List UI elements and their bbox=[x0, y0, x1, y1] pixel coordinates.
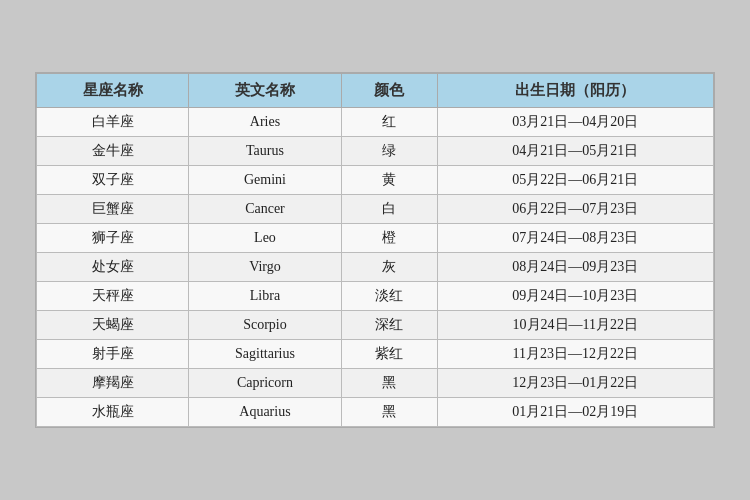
cell-chinese-name: 狮子座 bbox=[37, 224, 189, 253]
cell-english-name: Gemini bbox=[189, 166, 341, 195]
cell-chinese-name: 双子座 bbox=[37, 166, 189, 195]
cell-dates: 12月23日—01月22日 bbox=[437, 369, 713, 398]
cell-chinese-name: 射手座 bbox=[37, 340, 189, 369]
table-row: 双子座Gemini黄05月22日—06月21日 bbox=[37, 166, 714, 195]
cell-dates: 11月23日—12月22日 bbox=[437, 340, 713, 369]
cell-chinese-name: 水瓶座 bbox=[37, 398, 189, 427]
table-row: 白羊座Aries红03月21日—04月20日 bbox=[37, 108, 714, 137]
table-row: 摩羯座Capricorn黑12月23日—01月22日 bbox=[37, 369, 714, 398]
cell-color: 深红 bbox=[341, 311, 437, 340]
cell-english-name: Cancer bbox=[189, 195, 341, 224]
cell-dates: 08月24日—09月23日 bbox=[437, 253, 713, 282]
table-row: 巨蟹座Cancer白06月22日—07月23日 bbox=[37, 195, 714, 224]
table-row: 水瓶座Aquarius黑01月21日—02月19日 bbox=[37, 398, 714, 427]
header-chinese-name: 星座名称 bbox=[37, 74, 189, 108]
table-row: 天秤座Libra淡红09月24日—10月23日 bbox=[37, 282, 714, 311]
cell-dates: 03月21日—04月20日 bbox=[437, 108, 713, 137]
cell-english-name: Libra bbox=[189, 282, 341, 311]
cell-color: 黑 bbox=[341, 398, 437, 427]
table-row: 处女座Virgo灰08月24日—09月23日 bbox=[37, 253, 714, 282]
cell-english-name: Sagittarius bbox=[189, 340, 341, 369]
header-dates: 出生日期（阳历） bbox=[437, 74, 713, 108]
cell-english-name: Aries bbox=[189, 108, 341, 137]
cell-chinese-name: 白羊座 bbox=[37, 108, 189, 137]
cell-chinese-name: 摩羯座 bbox=[37, 369, 189, 398]
table-row: 金牛座Taurus绿04月21日—05月21日 bbox=[37, 137, 714, 166]
cell-color: 白 bbox=[341, 195, 437, 224]
zodiac-table: 星座名称 英文名称 颜色 出生日期（阳历） 白羊座Aries红03月21日—04… bbox=[36, 73, 714, 427]
table-body: 白羊座Aries红03月21日—04月20日金牛座Taurus绿04月21日—0… bbox=[37, 108, 714, 427]
cell-english-name: Leo bbox=[189, 224, 341, 253]
cell-color: 黑 bbox=[341, 369, 437, 398]
table-header-row: 星座名称 英文名称 颜色 出生日期（阳历） bbox=[37, 74, 714, 108]
table-row: 天蝎座Scorpio深红10月24日—11月22日 bbox=[37, 311, 714, 340]
cell-color: 黄 bbox=[341, 166, 437, 195]
table-row: 射手座Sagittarius紫红11月23日—12月22日 bbox=[37, 340, 714, 369]
cell-color: 灰 bbox=[341, 253, 437, 282]
cell-english-name: Capricorn bbox=[189, 369, 341, 398]
cell-english-name: Aquarius bbox=[189, 398, 341, 427]
zodiac-table-container: 星座名称 英文名称 颜色 出生日期（阳历） 白羊座Aries红03月21日—04… bbox=[35, 72, 715, 428]
header-english-name: 英文名称 bbox=[189, 74, 341, 108]
cell-dates: 06月22日—07月23日 bbox=[437, 195, 713, 224]
cell-chinese-name: 处女座 bbox=[37, 253, 189, 282]
table-row: 狮子座Leo橙07月24日—08月23日 bbox=[37, 224, 714, 253]
cell-dates: 07月24日—08月23日 bbox=[437, 224, 713, 253]
cell-dates: 01月21日—02月19日 bbox=[437, 398, 713, 427]
cell-chinese-name: 天秤座 bbox=[37, 282, 189, 311]
cell-dates: 10月24日—11月22日 bbox=[437, 311, 713, 340]
cell-english-name: Taurus bbox=[189, 137, 341, 166]
cell-color: 淡红 bbox=[341, 282, 437, 311]
cell-dates: 04月21日—05月21日 bbox=[437, 137, 713, 166]
cell-english-name: Scorpio bbox=[189, 311, 341, 340]
cell-chinese-name: 天蝎座 bbox=[37, 311, 189, 340]
cell-color: 紫红 bbox=[341, 340, 437, 369]
cell-color: 橙 bbox=[341, 224, 437, 253]
cell-color: 红 bbox=[341, 108, 437, 137]
cell-chinese-name: 金牛座 bbox=[37, 137, 189, 166]
cell-dates: 05月22日—06月21日 bbox=[437, 166, 713, 195]
cell-chinese-name: 巨蟹座 bbox=[37, 195, 189, 224]
header-color: 颜色 bbox=[341, 74, 437, 108]
cell-dates: 09月24日—10月23日 bbox=[437, 282, 713, 311]
cell-english-name: Virgo bbox=[189, 253, 341, 282]
cell-color: 绿 bbox=[341, 137, 437, 166]
